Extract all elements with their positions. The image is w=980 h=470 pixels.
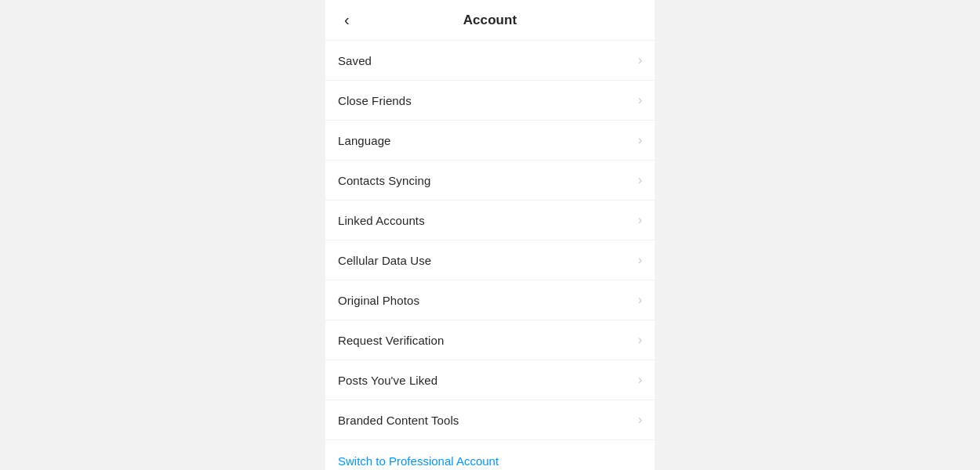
phone-frame: ‹ Account Saved›Close Friends›Language›C… [325, 0, 655, 470]
chevron-right-icon: › [638, 373, 642, 387]
menu-item-label-cellular-data-use: Cellular Data Use [338, 254, 431, 267]
chevron-right-icon: › [638, 93, 642, 107]
menu-item-contacts-syncing[interactable]: Contacts Syncing› [325, 161, 655, 201]
menu-item-label-original-photos: Original Photos [338, 294, 419, 307]
chevron-right-icon: › [638, 133, 642, 147]
menu-item-saved[interactable]: Saved› [325, 41, 655, 81]
chevron-right-icon: › [638, 53, 642, 67]
back-button[interactable]: ‹ [338, 8, 356, 32]
chevron-right-icon: › [638, 253, 642, 267]
menu-item-label-saved: Saved [338, 54, 372, 67]
chevron-right-icon: › [638, 413, 642, 427]
header: ‹ Account [325, 0, 655, 41]
menu-item-posts-youve-liked[interactable]: Posts You've Liked› [325, 360, 655, 400]
chevron-right-icon: › [638, 293, 642, 307]
chevron-right-icon: › [638, 213, 642, 227]
menu-item-original-photos[interactable]: Original Photos› [325, 280, 655, 320]
menu-item-branded-content-tools[interactable]: Branded Content Tools› [325, 400, 655, 440]
menu-item-label-linked-accounts: Linked Accounts [338, 214, 425, 227]
menu-item-cellular-data-use[interactable]: Cellular Data Use› [325, 240, 655, 280]
menu-item-label-request-verification: Request Verification [338, 334, 444, 347]
menu-item-close-friends[interactable]: Close Friends› [325, 81, 655, 121]
menu-item-request-verification[interactable]: Request Verification› [325, 320, 655, 360]
menu-item-label-posts-youve-liked: Posts You've Liked [338, 374, 437, 387]
menu-item-label-contacts-syncing: Contacts Syncing [338, 174, 430, 187]
menu-list: Saved›Close Friends›Language›Contacts Sy… [325, 41, 655, 440]
menu-item-label-branded-content-tools: Branded Content Tools [338, 414, 459, 427]
page-title: Account [463, 13, 517, 28]
back-icon: ‹ [344, 11, 350, 29]
menu-item-language[interactable]: Language› [325, 121, 655, 161]
chevron-right-icon: › [638, 173, 642, 187]
switch-professional-button[interactable]: Switch to Professional Account [325, 440, 655, 470]
menu-item-label-close-friends: Close Friends [338, 94, 412, 107]
chevron-right-icon: › [638, 333, 642, 347]
menu-item-linked-accounts[interactable]: Linked Accounts› [325, 201, 655, 240]
menu-item-label-language: Language [338, 134, 391, 147]
